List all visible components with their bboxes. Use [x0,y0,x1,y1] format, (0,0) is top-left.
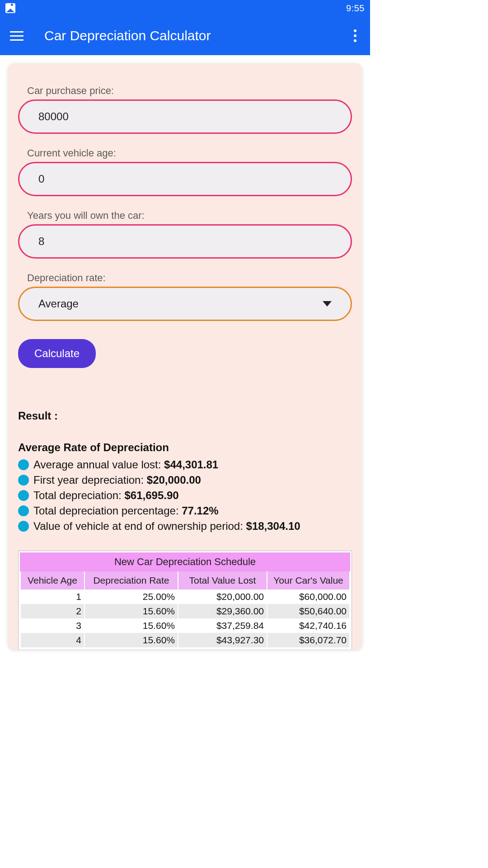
result-text: Total depreciation percentage: 77.12% [33,505,219,517]
result-line: Average annual value lost: $44,301.81 [18,458,352,471]
age-label: Current vehicle age: [27,147,352,159]
rate-label: Depreciation rate: [27,272,352,284]
result-line: Value of vehicle at end of ownership per… [18,520,352,533]
result-line: First year depreciation: $20,000.00 [18,474,352,486]
table-title: New Car Depreciation Schedule [20,552,350,571]
price-label: Car purchase price: [27,85,352,97]
table-row: 415.60%$43,927.30$36,072.70 [21,633,349,647]
table-row: 215.60%$29,360.00$50,640.00 [21,604,349,618]
cell-age: 5 [21,647,84,649]
status-bar: 9:55 [0,0,370,16]
more-icon[interactable] [350,26,360,46]
result-line: Total depreciation percentage: 77.12% [18,505,352,517]
th-age: Vehicle Age [21,571,84,590]
bullet-icon [18,475,29,486]
cell-value: $36,072.70 [267,633,349,647]
result-heading: Result : [18,410,352,422]
years-input[interactable] [18,224,352,259]
cell-value: $50,640.00 [267,604,349,618]
bullet-icon [18,521,29,532]
cell-age: 1 [21,590,84,604]
image-icon [5,3,15,13]
bullet-icon [18,505,29,516]
rate-select[interactable]: Average [18,287,352,321]
cell-age: 4 [21,633,84,647]
result-text: Value of vehicle at end of ownership per… [33,520,300,533]
schedule-table: New Car Depreciation Schedule Vehicle Ag… [18,551,352,649]
cell-lost: $37,259.84 [178,618,267,633]
cell-lost: $20,000.00 [178,590,267,604]
bullet-icon [18,459,29,470]
rate-value: Average [38,297,323,310]
cell-rate: 25.00% [85,590,178,604]
cell-value: $42,740.16 [267,618,349,633]
result-subheading: Average Rate of Depreciation [18,441,352,454]
table-row: 125.00%$20,000.00$60,000.00 [21,590,349,604]
cell-age: 2 [21,604,84,618]
app-title: Car Depreciation Calculator [44,28,350,43]
app-bar: Car Depreciation Calculator [0,16,370,55]
result-text: Total depreciation: $61,695.90 [33,489,179,502]
th-rate: Depreciation Rate [85,571,178,590]
table-row: 515.60%$49,554.65$30,445.35 [21,647,349,649]
cell-rate: 15.60% [85,604,178,618]
table-row: 315.60%$37,259.84$42,740.16 [21,618,349,633]
chevron-down-icon [323,301,332,307]
status-left [5,3,15,13]
cell-lost: $43,927.30 [178,633,267,647]
cell-rate: 15.60% [85,633,178,647]
cell-value: $60,000.00 [267,590,349,604]
menu-icon[interactable] [10,31,23,41]
cell-rate: 15.60% [85,647,178,649]
calculate-button[interactable]: Calculate [18,339,96,368]
cell-lost: $29,360.00 [178,604,267,618]
price-input[interactable] [18,99,352,134]
bullet-icon [18,490,29,501]
cell-rate: 15.60% [85,618,178,633]
th-value: Your Car's Value [267,571,349,590]
cell-age: 3 [21,618,84,633]
th-lost: Total Value Lost [178,571,267,590]
result-line: Total depreciation: $61,695.90 [18,489,352,502]
result-text: First year depreciation: $20,000.00 [33,474,201,486]
cell-lost: $49,554.65 [178,647,267,649]
years-label: Years you will own the car: [27,210,352,222]
main-card: Car purchase price: Current vehicle age:… [8,63,362,649]
cell-value: $30,445.35 [267,647,349,649]
status-time: 9:55 [346,3,365,14]
age-input[interactable] [18,162,352,196]
result-text: Average annual value lost: $44,301.81 [33,458,218,471]
